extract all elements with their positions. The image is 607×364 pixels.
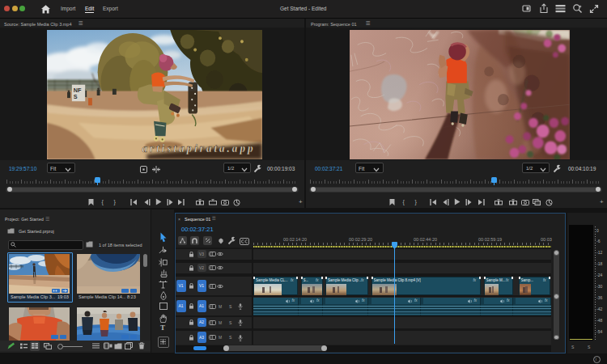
svg-text:S: S	[74, 93, 78, 100]
